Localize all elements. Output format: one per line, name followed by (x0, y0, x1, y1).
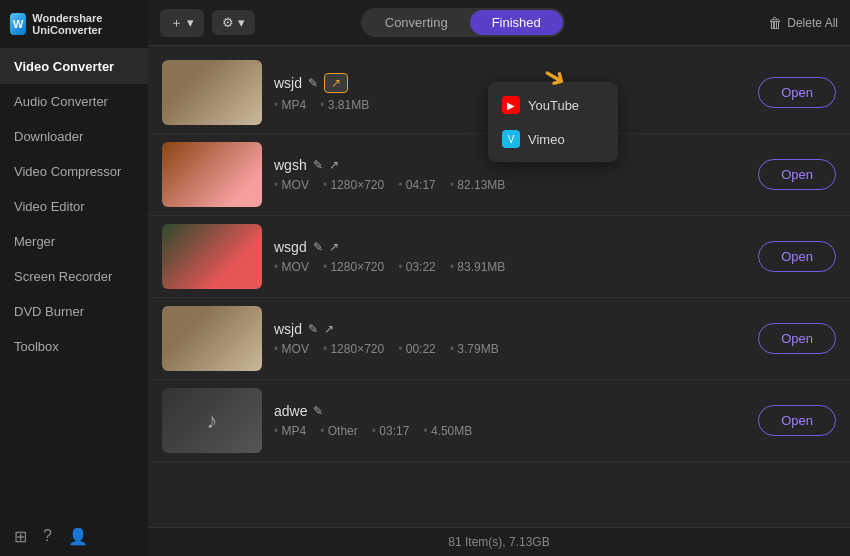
help-icon[interactable]: ⊞ (14, 527, 27, 546)
edit-icon-3[interactable]: ✎ (313, 240, 323, 254)
sidebar-item-video-editor[interactable]: Video Editor (0, 189, 148, 224)
file-name-5: adwe (274, 403, 307, 419)
file-thumbnail-2 (162, 142, 262, 207)
file-duration-4: 00:22 (398, 342, 436, 356)
file-name-4: wsjd (274, 321, 302, 337)
toolbar: ＋ ▾ ⚙ ▾ Converting Finished 🗑 Delete All (148, 0, 850, 46)
file-list: wsjd ✎ ↗ MP4 3.81MB Open ▶ YouTube (148, 46, 850, 527)
youtube-icon: ▶ (502, 96, 520, 114)
open-button-3[interactable]: Open (758, 241, 836, 272)
add-icon: ＋ (170, 14, 183, 32)
app-title: Wondershare UniConverter (32, 12, 138, 36)
file-format-3: MOV (274, 260, 309, 274)
open-button-1[interactable]: Open (758, 77, 836, 108)
sidebar: W Wondershare UniConverter Video Convert… (0, 0, 148, 556)
footer-bar: 81 Item(s), 7.13GB (148, 527, 850, 556)
user-icon[interactable]: 👤 (68, 527, 88, 546)
file-size-5: 4.50MB (423, 424, 472, 438)
file-resolution-4: 1280×720 (323, 342, 384, 356)
file-resolution-2: 1280×720 (323, 178, 384, 192)
file-name-row-4: wsjd ✎ ↗ (274, 321, 746, 337)
settings-icon: ⚙ (222, 15, 234, 30)
file-format-2: MOV (274, 178, 309, 192)
music-icon: ♪ (207, 408, 218, 434)
file-item-5: ♪ adwe ✎ MP4 Other 03:17 4.50MB Open (148, 380, 850, 462)
file-item-4: wsjd ✎ ↗ MOV 1280×720 00:22 3.79MB Open (148, 298, 850, 380)
share-icon-1: ↗ (331, 76, 341, 90)
file-format-5: MP4 (274, 424, 306, 438)
edit-icon-4[interactable]: ✎ (308, 322, 318, 336)
file-name-2: wgsh (274, 157, 307, 173)
file-thumbnail-4 (162, 306, 262, 371)
file-info-4: wsjd ✎ ↗ MOV 1280×720 00:22 3.79MB (274, 321, 746, 356)
settings-button[interactable]: ⚙ ▾ (212, 10, 255, 35)
sidebar-item-audio-converter[interactable]: Audio Converter (0, 84, 148, 119)
file-duration-2: 04:17 (398, 178, 436, 192)
file-resolution-5: Other (320, 424, 358, 438)
info-icon[interactable]: ? (43, 527, 52, 546)
file-size-3: 83.91MB (450, 260, 506, 274)
file-meta-3: MOV 1280×720 03:22 83.91MB (274, 260, 746, 274)
file-size-1: 3.81MB (320, 98, 369, 112)
trash-icon: 🗑 (768, 15, 782, 31)
file-meta-4: MOV 1280×720 00:22 3.79MB (274, 342, 746, 356)
file-thumbnail-1 (162, 60, 262, 125)
file-name-row-3: wsgd ✎ ↗ (274, 239, 746, 255)
file-info-2: wgsh ✎ ↗ MOV 1280×720 04:17 82.13MB (274, 157, 746, 192)
file-size-2: 82.13MB (450, 178, 506, 192)
share-icon-3[interactable]: ↗ (329, 240, 339, 254)
file-info-5: adwe ✎ MP4 Other 03:17 4.50MB (274, 403, 746, 438)
tab-finished[interactable]: Finished (470, 10, 563, 35)
file-name-3: wsgd (274, 239, 307, 255)
file-item-3: wsgd ✎ ↗ MOV 1280×720 03:22 83.91MB Open (148, 216, 850, 298)
file-name-1: wsjd (274, 75, 302, 91)
add-label: ▾ (187, 15, 194, 30)
main-content: ＋ ▾ ⚙ ▾ Converting Finished 🗑 Delete All (148, 0, 850, 556)
file-meta-2: MOV 1280×720 04:17 82.13MB (274, 178, 746, 192)
tab-converting[interactable]: Converting (363, 10, 470, 35)
open-button-2[interactable]: Open (758, 159, 836, 190)
add-file-button[interactable]: ＋ ▾ (160, 9, 204, 37)
file-info-3: wsgd ✎ ↗ MOV 1280×720 03:22 83.91MB (274, 239, 746, 274)
edit-icon-5[interactable]: ✎ (313, 404, 323, 418)
delete-all-button[interactable]: 🗑 Delete All (768, 15, 838, 31)
sidebar-item-video-compressor[interactable]: Video Compressor (0, 154, 148, 189)
file-name-row-5: adwe ✎ (274, 403, 746, 419)
sidebar-item-merger[interactable]: Merger (0, 224, 148, 259)
open-button-5[interactable]: Open (758, 405, 836, 436)
sidebar-item-video-converter[interactable]: Video Converter (0, 49, 148, 84)
file-format-1: MP4 (274, 98, 306, 112)
sidebar-item-downloader[interactable]: Downloader (0, 119, 148, 154)
file-format-4: MOV (274, 342, 309, 356)
file-item-1: wsjd ✎ ↗ MP4 3.81MB Open ▶ YouTube (148, 52, 850, 134)
open-button-4[interactable]: Open (758, 323, 836, 354)
file-thumbnail-3 (162, 224, 262, 289)
share-button-1[interactable]: ↗ (324, 73, 348, 93)
sidebar-item-screen-recorder[interactable]: Screen Recorder (0, 259, 148, 294)
edit-icon-2[interactable]: ✎ (313, 158, 323, 172)
app-logo: W (10, 13, 26, 35)
sidebar-item-toolbox[interactable]: Toolbox (0, 329, 148, 364)
file-size-4: 3.79MB (450, 342, 499, 356)
share-icon-2[interactable]: ↗ (329, 158, 339, 172)
file-duration-3: 03:22 (398, 260, 436, 274)
tab-group: Converting Finished (361, 8, 565, 37)
app-header: W Wondershare UniConverter (0, 0, 148, 49)
file-resolution-3: 1280×720 (323, 260, 384, 274)
footer-label: 81 Item(s), 7.13GB (448, 535, 549, 549)
vimeo-icon: V (502, 130, 520, 148)
file-duration-5: 03:17 (372, 424, 410, 438)
youtube-label: YouTube (528, 98, 579, 113)
sidebar-item-dvd-burner[interactable]: DVD Burner (0, 294, 148, 329)
settings-arrow: ▾ (238, 15, 245, 30)
edit-icon-1[interactable]: ✎ (308, 76, 318, 90)
share-vimeo[interactable]: V Vimeo (488, 122, 618, 156)
vimeo-label: Vimeo (528, 132, 565, 147)
sidebar-footer: ⊞ ? 👤 (0, 517, 148, 556)
file-meta-5: MP4 Other 03:17 4.50MB (274, 424, 746, 438)
share-icon-4[interactable]: ↗ (324, 322, 334, 336)
file-thumbnail-5: ♪ (162, 388, 262, 453)
